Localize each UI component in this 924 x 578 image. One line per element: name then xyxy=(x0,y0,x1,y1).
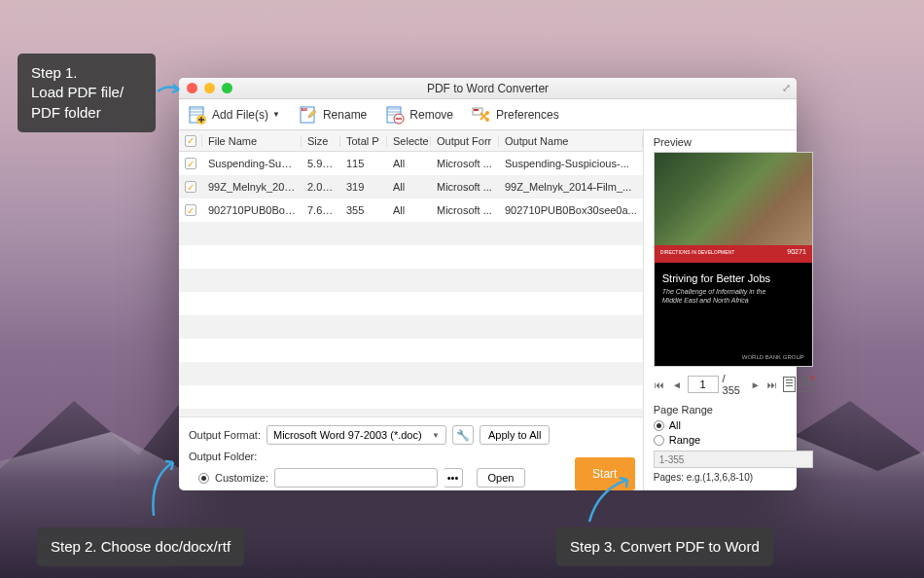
range-all-radio[interactable] xyxy=(654,420,664,431)
cell-selected: All xyxy=(387,204,431,216)
cell-selected: All xyxy=(387,181,431,193)
table-header: File Name Size Total P Selecte Output Fo… xyxy=(179,130,643,152)
remove-icon xyxy=(384,105,406,125)
rename-label: Rename xyxy=(323,108,367,122)
page-first-icon[interactable]: ⏮ xyxy=(654,379,666,390)
range-range-label: Range xyxy=(669,434,700,446)
output-format-value: Microsoft Word 97-2003 (*.doc) xyxy=(273,429,422,441)
col-total[interactable]: Total P xyxy=(340,135,387,147)
row-checkbox[interactable] xyxy=(185,158,196,169)
col-format[interactable]: Output Forr xyxy=(431,135,499,147)
window-title: PDF to Word Converter xyxy=(179,82,797,95)
output-format-select[interactable]: Microsoft Word 97-2003 (*.doc) xyxy=(267,425,446,445)
table-row-empty xyxy=(179,222,643,245)
page-prev-icon[interactable]: ◄ xyxy=(670,379,683,390)
book-subtitle1: The Challenge of Informality in the xyxy=(662,287,804,296)
svg-point-10 xyxy=(485,118,489,122)
maximize-icon[interactable]: ⤢ xyxy=(782,82,791,94)
cell-selected: All xyxy=(387,158,431,169)
svg-point-9 xyxy=(485,111,489,115)
preview-thumbnail[interactable]: DIRECTIONS IN DEVELOPMENT 90271 Striving… xyxy=(654,152,813,367)
book-red-band: DIRECTIONS IN DEVELOPMENT 90271 xyxy=(655,245,812,263)
book-subtitle2: Middle East and North Africa xyxy=(662,296,804,305)
customize-label: Customize: xyxy=(215,472,268,484)
callout-step2: Step 2. Choose doc/docx/rtf xyxy=(37,527,244,566)
table-row-empty xyxy=(179,362,643,385)
cell-size: 7.61 ... xyxy=(302,204,340,216)
settings-gear-button[interactable]: 🔧 xyxy=(452,425,474,445)
toolbar: Add File(s) ▼ PDF Rename Remove Preferen… xyxy=(179,99,797,130)
add-file-icon xyxy=(187,105,208,125)
cell-total: 319 xyxy=(340,181,387,193)
cell-filename: 99Z_Melnyk_2014-... xyxy=(202,181,302,193)
book-black-area: Striving for Better Jobs The Challenge o… xyxy=(655,263,812,314)
row-checkbox[interactable] xyxy=(185,204,196,216)
page-range-label: Page Range xyxy=(654,404,813,415)
cell-size: 5.97 ... xyxy=(302,158,340,169)
cell-total: 355 xyxy=(340,204,387,216)
page-total: / 355 xyxy=(723,373,745,396)
remove-button[interactable]: Remove xyxy=(384,105,453,125)
cell-filename: Suspending-Suspici... xyxy=(202,158,302,169)
book-title: Striving for Better Jobs xyxy=(662,272,804,284)
cell-output: 99Z_Melnyk_2014-Film_... xyxy=(499,181,643,193)
preview-panel: Preview DIRECTIONS IN DEVELOPMENT 90271 … xyxy=(644,130,823,490)
cell-output: Suspending-Suspicious-... xyxy=(499,158,643,169)
arrow-step2 xyxy=(144,457,183,528)
rename-button[interactable]: PDF Rename xyxy=(298,105,367,125)
table-row-empty xyxy=(179,315,643,339)
add-files-label: Add File(s) xyxy=(212,108,268,122)
table-row[interactable]: Suspending-Suspici...5.97 ...115AllMicro… xyxy=(179,152,643,175)
output-folder-label: Output Folder: xyxy=(189,451,257,462)
dropdown-caret-icon: ▼ xyxy=(272,110,280,119)
table-row-empty xyxy=(179,385,643,409)
page-number-input[interactable] xyxy=(688,376,719,393)
table-row-empty xyxy=(179,292,643,315)
customize-path-input[interactable] xyxy=(274,468,438,488)
cell-format: Microsoft ... xyxy=(431,181,499,193)
table-body: Suspending-Suspici...5.97 ...115AllMicro… xyxy=(179,152,643,416)
app-window: PDF to Word Converter ⤢ Add File(s) ▼ PD… xyxy=(179,78,797,490)
arrow-step1 xyxy=(156,80,185,112)
browse-button[interactable]: ••• xyxy=(444,468,463,488)
arrow-step3 xyxy=(584,475,642,531)
table-row[interactable]: 902710PUB0Box30...7.61 ...355AllMicrosof… xyxy=(179,199,643,222)
preview-label: Preview xyxy=(654,136,813,148)
cell-size: 2.08 ... xyxy=(302,181,340,193)
page-delete-icon[interactable] xyxy=(800,377,812,392)
range-range-radio[interactable] xyxy=(654,435,664,446)
book-footer: WORLD BANK GROUP xyxy=(742,354,804,360)
svg-text:PDF: PDF xyxy=(302,108,308,112)
cell-format: Microsoft ... xyxy=(431,158,499,169)
table-row[interactable]: 99Z_Melnyk_2014-...2.08 ...319AllMicroso… xyxy=(179,175,643,199)
preferences-button[interactable]: Preferences xyxy=(471,105,559,125)
col-selected[interactable]: Selecte xyxy=(387,135,431,147)
table-row-empty xyxy=(179,339,643,362)
col-filename[interactable]: File Name xyxy=(202,135,302,147)
open-button[interactable]: Open xyxy=(477,468,525,488)
cell-format: Microsoft ... xyxy=(431,204,499,216)
customize-radio[interactable] xyxy=(198,473,209,484)
range-input[interactable] xyxy=(654,451,813,468)
page-view-icon[interactable] xyxy=(783,377,796,392)
cell-output: 902710PUB0Box30see0a... xyxy=(499,204,643,216)
pages-hint: Pages: e.g.(1,3,6,8-10) xyxy=(654,472,813,483)
col-output[interactable]: Output Name xyxy=(499,135,643,147)
footer: Output Format: Microsoft Word 97-2003 (*… xyxy=(179,416,643,490)
callout-step3: Step 3. Convert PDF to Word xyxy=(556,527,773,566)
row-checkbox[interactable] xyxy=(185,181,196,193)
add-files-button[interactable]: Add File(s) ▼ xyxy=(187,105,280,125)
range-all-label: All xyxy=(669,419,681,431)
select-all-checkbox[interactable] xyxy=(185,135,196,147)
page-next-icon[interactable]: ► xyxy=(749,379,762,390)
apply-to-all-button[interactable]: Apply to All xyxy=(480,425,550,445)
table-row-empty xyxy=(179,269,643,292)
table-row-empty xyxy=(179,245,643,269)
table-row-empty xyxy=(179,409,643,416)
callout-step1: Step 1. Load PDF file/ PDF folder xyxy=(18,54,156,132)
page-last-icon[interactable]: ⏭ xyxy=(765,379,778,390)
pager: ⏮ ◄ / 355 ► ⏭ xyxy=(654,373,813,396)
book-cover-photo xyxy=(655,153,812,245)
col-size[interactable]: Size xyxy=(302,135,340,147)
left-panel: File Name Size Total P Selecte Output Fo… xyxy=(179,130,644,490)
